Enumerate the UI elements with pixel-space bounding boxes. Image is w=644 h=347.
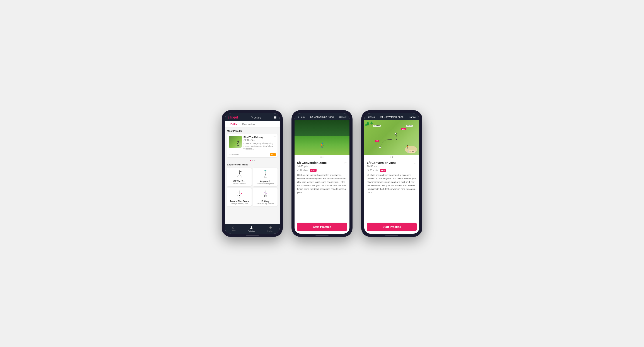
image-page-dots	[294, 155, 350, 159]
svg-point-12	[237, 177, 238, 177]
start-practice-button[interactable]: Start Practice	[297, 223, 347, 231]
home-bar-2	[316, 235, 328, 235]
image-dot-2[interactable]	[322, 156, 324, 158]
drill-card-text: Find The Fairway Off The Tee Create an i…	[244, 136, 276, 150]
skill-grid: Off The Tee Power accuracy	[227, 168, 278, 206]
drill-image: 🏌️	[294, 120, 350, 155]
skill-name-ott: Off The Tee	[228, 180, 250, 182]
drill-desc: 20 shots are randomly generated at dista…	[297, 174, 347, 194]
header-title: Practice	[251, 116, 261, 119]
skill-name-approach: Approach	[254, 180, 276, 182]
svg-line-17	[265, 175, 266, 178]
svg-line-4	[237, 145, 238, 146]
svg-point-14	[265, 174, 266, 175]
drill-detail-title-3: 6ft Conversion Zone	[367, 161, 396, 165]
cancel-button[interactable]: Cancel	[339, 116, 346, 118]
favourite-icon-3[interactable]: ♡	[414, 162, 416, 165]
svg-point-13	[241, 177, 242, 177]
detail-content-3: 6ft Conversion Zone 10-50 yds ♡ ⏱ 20 sho…	[364, 159, 419, 220]
nav-activities[interactable]: ♟ Activities	[248, 225, 255, 232]
detail-content: 6ft Conversion Zone 10-50 yds ♡ ⏱ 20 sho…	[294, 159, 350, 220]
detail-title-3: 6ft Conversion Zone	[380, 115, 404, 119]
dot-3[interactable]	[254, 160, 255, 161]
svg-point-0	[238, 141, 239, 142]
menu-icon[interactable]: ☰	[274, 116, 277, 119]
drill-meta-3: ⏱ 20 shots ARG	[367, 169, 416, 172]
drill-detail-title: 6ft Conversion Zone	[297, 161, 326, 165]
map-label-rough: ROUGH	[406, 125, 413, 127]
svg-line-7	[237, 174, 239, 177]
detail-title: 6ft Conversion Zone	[310, 115, 334, 119]
nav-home[interactable]: ⌂ Home	[231, 225, 236, 232]
image-dot-3-2[interactable]	[392, 156, 393, 158]
skill-desc-putting: Make and lag practice	[254, 203, 276, 205]
drill-meta: ⏱ 20 shots ARG	[297, 169, 347, 172]
skill-desc-approach: Dial-in to hit the green	[254, 183, 276, 185]
back-button[interactable]: < Back	[298, 116, 305, 118]
shots-info-3: ⏱ 20 shots	[367, 169, 378, 172]
tab-drills[interactable]: Drills	[228, 121, 240, 127]
skill-off-tee[interactable]: Off The Tee Power accuracy	[227, 168, 252, 186]
favourite-icon-2[interactable]: ♡	[344, 162, 347, 165]
carousel-dots	[227, 159, 278, 162]
drill-subtitle: Off The Tee	[244, 139, 276, 141]
skill-desc-ott: Power accuracy	[228, 183, 250, 185]
nav-capture[interactable]: ⊕ Capture	[267, 225, 274, 232]
drill-description: Create an imaginary fairway using trees …	[244, 142, 276, 150]
golfer-figure: 🏌️	[319, 143, 325, 148]
phone-3: < Back 6ft Conversion Zone Cancel 🌲 🌲 🌲	[361, 110, 422, 237]
dot-1[interactable]	[250, 160, 251, 161]
phone-1-header: clippd Practice ☰	[225, 113, 280, 121]
nav-home-label: Home	[231, 230, 236, 232]
svg-point-34	[395, 133, 396, 134]
svg-point-11	[241, 171, 242, 172]
dot-2[interactable]	[252, 160, 253, 161]
clock-icon-2: ⏱	[297, 169, 299, 172]
nav-capture-label: Capture	[267, 230, 274, 232]
activities-icon: ♟	[250, 225, 253, 230]
phone-3-screen: < Back 6ft Conversion Zone Cancel 🌲 🌲 🌲	[364, 113, 419, 234]
svg-point-30	[264, 192, 264, 193]
phone-1-screen: clippd Practice ☰ Drills Favourites Most…	[225, 113, 280, 234]
phone-2-header: < Back 6ft Conversion Zone Cancel	[294, 113, 350, 120]
home-bar-3	[385, 235, 398, 235]
drill-card-find-fairway[interactable]: Find The Fairway Off The Tee Create an i…	[227, 134, 278, 157]
image-dot-1[interactable]	[320, 156, 322, 158]
back-button-3[interactable]: < Back	[367, 116, 375, 118]
cancel-button-3[interactable]: Cancel	[409, 116, 416, 118]
clock-icon: ⏱	[229, 154, 231, 156]
svg-point-25	[241, 193, 242, 194]
tab-favourites[interactable]: Favourites	[240, 121, 258, 127]
skill-desc-arg: Hone your short game	[228, 203, 250, 205]
map-label-fairway: FAIRWAY	[373, 125, 381, 127]
favourite-icon[interactable]: ♡	[274, 136, 276, 139]
svg-line-5	[238, 145, 239, 146]
svg-line-8	[239, 174, 242, 177]
home-icon: ⌂	[232, 225, 234, 229]
svg-point-33	[379, 147, 381, 148]
phone-2: < Back 6ft Conversion Zone Cancel 🏌️	[292, 110, 352, 237]
skill-approach[interactable]: Approach Dial-in to hit the green	[253, 168, 278, 186]
start-practice-button-3[interactable]: Start Practice	[367, 223, 416, 231]
svg-point-24	[237, 192, 238, 192]
svg-point-6	[239, 173, 240, 174]
drill-title: Find The Fairway	[244, 136, 276, 139]
clippd-logo: clippd	[228, 115, 238, 119]
image-dot-3-1[interactable]	[390, 156, 391, 158]
svg-line-10	[239, 171, 242, 172]
shots-info: ⏱ 20 shots	[297, 169, 308, 172]
image-page-dots-3	[364, 155, 419, 159]
skill-putting[interactable]: Putting Make and lag practice	[253, 188, 278, 206]
skill-around-green[interactable]: Around The Green Hone your short game	[227, 188, 252, 206]
capture-icon: ⊕	[269, 225, 272, 230]
drill-desc-3: 20 shots are randomly generated at dista…	[367, 174, 416, 194]
tabs-bar: Drills Favourites	[225, 121, 280, 127]
map-label-miss: Miss	[401, 128, 406, 130]
svg-point-28	[265, 196, 266, 196]
home-bar-1	[246, 235, 259, 235]
svg-point-31	[266, 194, 267, 194]
svg-point-32	[263, 195, 264, 195]
map-golfer: 🧍	[406, 145, 410, 149]
svg-point-26	[238, 196, 238, 196]
phones-container: clippd Practice ☰ Drills Favourites Most…	[222, 110, 422, 237]
